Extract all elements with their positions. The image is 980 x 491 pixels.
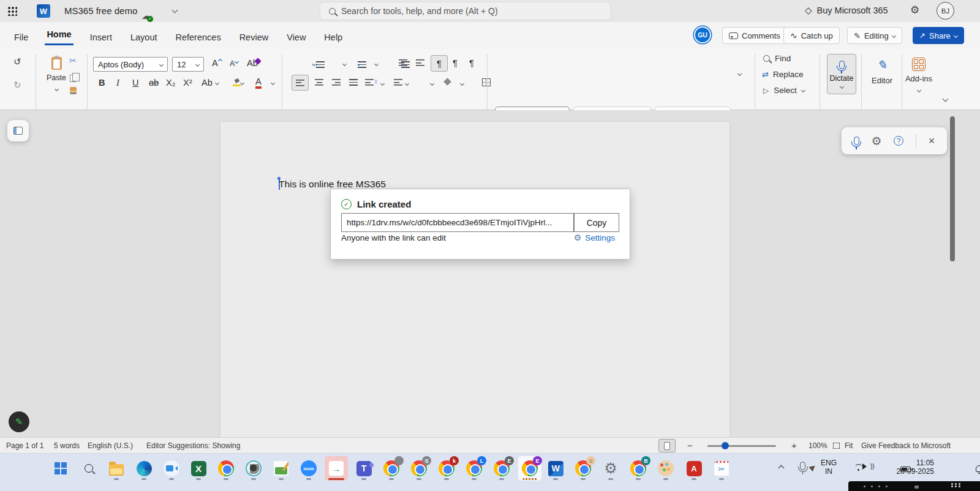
copy-link-button[interactable]: Copy [574,213,619,232]
find-button[interactable]: Find [763,54,791,63]
add-ins-button[interactable]: Add-ins [882,58,956,94]
tab-help[interactable]: Help [322,32,344,42]
chrome-profile-8-button[interactable]: B [629,459,647,478]
page-view-button[interactable] [658,439,676,452]
tray-expand-chevron-icon[interactable] [778,465,785,471]
dictation-mic-icon[interactable] [854,137,859,145]
image-editor-button[interactable] [272,459,290,478]
notification-bell-icon[interactable]: z [976,465,980,472]
navigation-pane-toggle-button[interactable] [7,120,29,141]
clock[interactable]: 11:05 20-09-2025 [891,459,934,476]
subscript-button[interactable]: X₂ [166,78,175,88]
animal-logo-app-button[interactable] [244,459,263,478]
zoom-app-button[interactable]: zoom [300,459,318,478]
tab-home[interactable]: Home [45,29,73,45]
document-page[interactable] [221,122,729,437]
borders-button[interactable] [482,78,491,86]
volume-icon[interactable]: )) [862,463,875,470]
clear-formatting-button[interactable]: Ab [247,58,260,68]
link-settings-button[interactable]: ⚙ Settings [574,233,615,242]
right-to-left-paragraph-button[interactable]: ¶ [453,58,458,68]
zoom-level[interactable]: 100% [809,441,827,450]
acrobat-button[interactable]: A [685,459,703,478]
bold-button[interactable]: B [99,78,105,88]
collapse-ribbon-chevron-icon[interactable] [943,96,949,102]
paragraph-indent-chevron-icon[interactable] [405,81,409,86]
file-explorer-button[interactable] [107,459,126,478]
share-button[interactable]: ↗ Share [913,27,964,44]
word-count[interactable]: 5 words [54,441,80,450]
feedback-link[interactable]: Give Feedback to Microsoft [861,441,951,450]
buy-microsoft-365-button[interactable]: ◇ Buy Microsoft 365 [805,5,888,16]
select-button[interactable]: ▷ Select [763,86,805,95]
increase-indent-button[interactable] [416,59,424,66]
align-left-button[interactable] [292,75,309,91]
chrome-button[interactable] [217,459,235,478]
dictation-help-icon[interactable]: ? [894,136,903,146]
cut-button[interactable]: ✂ [69,56,77,66]
decrease-indent-button[interactable] [399,59,407,66]
editing-mode-button[interactable]: ✎ Editing [847,27,902,44]
tab-view[interactable]: View [285,32,307,42]
excel-button[interactable]: X [189,459,208,478]
catch-up-button[interactable]: ∿ Catch up [783,27,840,44]
align-right-button[interactable] [332,79,341,86]
teams-button[interactable]: T [355,459,373,478]
strikethrough-button[interactable]: ab [149,78,159,88]
line-spacing-chevron-icon[interactable] [380,81,385,86]
app-launcher-icon[interactable] [7,6,17,16]
snipping-tool-button[interactable]: ✂ [712,459,731,478]
export-app-button[interactable]: → [327,459,345,478]
tab-layout[interactable]: Layout [129,32,159,42]
tab-references[interactable]: References [173,32,222,42]
paragraph-indent-button[interactable] [394,79,402,86]
styles-gallery-chevron-icon[interactable] [737,72,742,76]
settings-app-button[interactable]: ⚙ [601,459,620,478]
tray-mic-icon[interactable] [800,462,805,470]
bullet-list-button[interactable] [316,61,325,68]
tab-insert[interactable]: Insert [88,32,114,42]
font-color-chevron-icon[interactable] [271,81,275,85]
settings-gear-icon[interactable]: ⚙ [910,4,919,17]
font-color-button[interactable]: A [255,77,262,89]
document-title[interactable]: MS365 free demo [64,6,137,16]
shading-button[interactable] [443,78,451,86]
collaborator-avatar[interactable]: GU [695,28,710,42]
chrome-profile-5-button[interactable]: E [492,459,511,478]
document-canvas[interactable]: This is online free MS365 ⚙ ? × ✓ Link c… [0,110,980,437]
superscript-button[interactable]: X² [183,78,192,88]
zoom-slider-knob[interactable] [722,442,729,449]
comments-button[interactable]: Comments [722,27,787,44]
chrome-profile-7-button[interactable]: ☺ [574,459,592,478]
font-size-select[interactable]: 12 [172,57,204,72]
chrome-profile-6-button[interactable]: E [521,459,539,478]
chrome-profile-2-button[interactable]: S [410,459,428,478]
video-app-button[interactable] [162,459,181,478]
shrink-font-button[interactable]: A [230,59,238,68]
title-chevron-down-icon[interactable] [172,7,178,13]
dictation-close-icon[interactable]: × [929,135,935,148]
tab-file[interactable]: File [12,32,30,42]
justify-button[interactable] [349,79,358,86]
taskbar-search-button[interactable] [80,459,98,478]
format-painter-button[interactable] [70,87,77,94]
zoom-in-button[interactable]: + [791,440,797,451]
redo-button[interactable]: ↻ [13,80,21,91]
line-spacing-button[interactable] [365,79,374,86]
language-indicator[interactable]: ENG IN [821,459,837,476]
fit-button[interactable]: Fit [845,441,853,450]
chrome-profile-3-button[interactable]: k [437,459,456,478]
copy-button[interactable] [70,75,76,82]
zoom-slider-track[interactable] [707,445,776,447]
chrome-profile-4-button[interactable]: L [465,459,483,478]
align-center-button[interactable] [315,79,323,86]
tab-review[interactable]: Review [238,32,271,42]
borders-chevron-icon[interactable] [430,81,434,86]
link-url-field[interactable]: https://1drv.ms/w/c/d0fcbbbeecd3e698/ETm… [341,213,574,232]
chrome-profile-1-button[interactable] [382,459,401,478]
edit-mode-fab[interactable]: ✎ [9,411,29,432]
numbered-list-chevron-icon[interactable] [342,62,347,66]
word-button[interactable]: W [546,459,565,478]
font-family-select[interactable]: Aptos (Body) [93,57,168,72]
dictate-button[interactable]: Dictate [827,54,856,94]
